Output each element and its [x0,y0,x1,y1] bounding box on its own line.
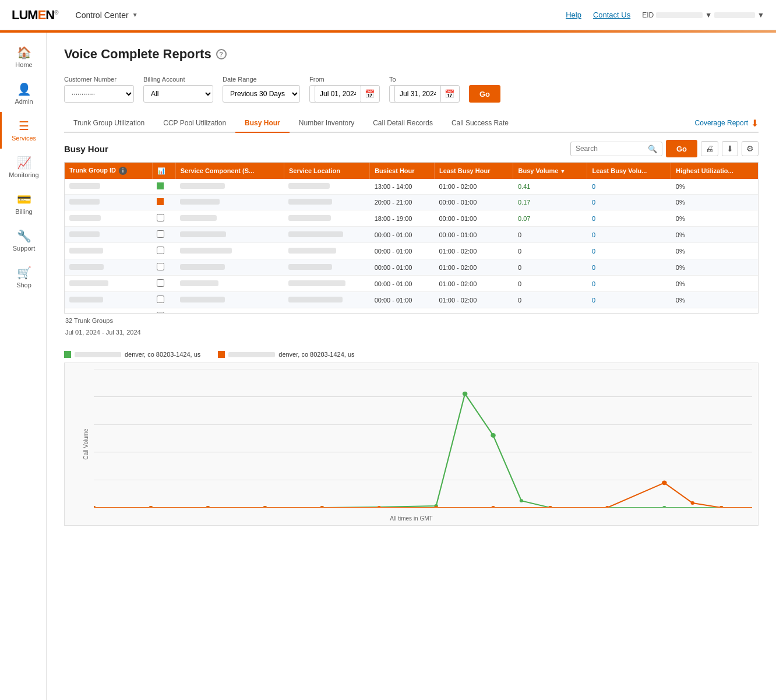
sc-cell [180,199,220,205]
download-button[interactable]: ⬇ [722,141,738,156]
sidebar-item-services[interactable]: ☰ Services [0,112,46,149]
svg-point-32 [520,499,523,502]
loc-cell [288,280,345,286]
page-help-icon[interactable]: ? [216,49,227,59]
from-calendar-icon[interactable]: 📅 [365,89,375,99]
to-calendar-icon[interactable]: 📅 [445,89,454,99]
layout: 🏠 Home 👤 Admin ☰ Services 📈 Monitoring 💳… [0,33,776,700]
trunk-id-cell [69,183,100,189]
shop-icon: 🛒 [17,266,31,280]
col-chart: 📊 [152,163,175,179]
date-range-label: Date Range [223,76,300,83]
col-busiest-hour: Busiest Hour [370,163,435,179]
least-busy-hour-cell: 01:00 - 02:00 [435,259,513,276]
busiest-hour-cell: 20:00 - 21:00 [370,195,435,210]
tab-call-success-rate[interactable]: Call Success Rate [442,114,518,133]
row-checkbox[interactable] [157,263,164,270]
table-row: 00:00 - 01:0000:00 - 01:00000% [65,227,758,243]
row-checkbox[interactable] [157,214,164,221]
chart-col-icon: 📊 [157,167,165,174]
table-go-button[interactable]: Go [666,140,697,157]
loc-cell [288,297,343,302]
busiest-hour-cell: 18:00 - 19:00 [370,210,435,227]
highest-utilization-cell: 0% [671,243,758,259]
eid-block: EID ▼ ▼ [642,11,764,19]
busy-volume-cell: 0 [513,292,587,308]
highest-utilization-cell: 0% [671,195,758,210]
sidebar-item-monitoring[interactable]: 📈 Monitoring [0,149,46,185]
eid-extra-arrow[interactable]: ▼ [757,11,764,19]
sidebar-item-admin[interactable]: 👤 Admin [0,75,46,112]
sidebar-item-home[interactable]: 🏠 Home [0,38,46,75]
top-nav: LUMEN® Control Center ▼ Help Contact Us … [0,0,776,30]
table-section-header: Busy Hour 🔍 Go 🖨 ⬇ ⚙ [64,133,759,162]
print-button[interactable]: 🖨 [701,141,718,156]
info-icon[interactable]: i [119,167,127,175]
nav-right: Help Contact Us EID ▼ ▼ [566,10,764,19]
loc-cell [288,183,329,189]
loc-cell [288,215,330,221]
coverage-report-download-icon[interactable]: ⬇ [751,118,759,129]
busy-hour-table: Trunk Group ID i 📊 Service Component (S.… [65,163,758,314]
sidebar-item-shop[interactable]: 🛒 Shop [0,259,46,296]
tab-number-inventory[interactable]: Number Inventory [290,114,364,133]
col-service-location: Service Location [284,163,369,179]
row-checkbox[interactable] [157,279,164,287]
busy-volume-cell: 0 [513,276,587,292]
least-busy-hour-cell: 00:00 - 01:00 [435,227,513,243]
table-row: 00:00 - 01:0001:00 - 02:00000% [65,292,758,308]
billing-account-select[interactable]: All [143,85,213,103]
least-busy-hour-cell: 01:00 - 02:00 [435,179,513,195]
filter-go-button[interactable]: Go [469,85,500,103]
admin-icon: 👤 [17,82,31,96]
col-trunk-group-id: Trunk Group ID i [65,163,152,179]
support-icon: 🔧 [17,229,31,243]
svg-point-34 [662,506,666,508]
coverage-report-link[interactable]: Coverage Report ⬇ [695,118,759,129]
search-go-row: 🔍 Go 🖨 ⬇ ⚙ [570,140,759,157]
row-checkbox[interactable] [157,247,164,254]
highest-utilization-cell: 0% [671,179,758,195]
tab-call-detail-records[interactable]: Call Detail Records [364,114,442,133]
to-date-input[interactable] [394,85,441,103]
contact-link[interactable]: Contact Us [593,10,630,19]
svg-point-31 [491,433,496,438]
trunk-id-cell [69,280,108,286]
tab-ccp-pool-utilization[interactable]: CCP Pool Utilization [154,114,235,133]
tab-trunk-group-utilization[interactable]: Trunk Group Utilization [64,114,154,133]
date-range-select[interactable]: Previous 30 Days [223,85,300,103]
busiest-hour-cell: 00:00 - 01:00 [370,227,435,243]
svg-point-39 [263,506,267,508]
settings-button[interactable]: ⚙ [742,141,759,156]
svg-point-45 [605,506,609,508]
legend-item: denver, co 80203-1424, us [218,351,354,358]
nav-arrow[interactable]: ▼ [132,12,138,18]
sidebar-item-support[interactable]: 🔧 Support [0,222,46,259]
search-input[interactable] [576,145,646,153]
customer-number-select[interactable]: ············ [64,85,134,103]
sc-cell [180,297,225,302]
row-checkbox[interactable] [157,296,164,303]
trunk-id-cell [69,199,100,205]
from-date-input[interactable] [315,85,361,103]
col-highest-utilization: Highest Utilizatio... [671,163,758,179]
loc-cell [288,264,332,270]
sc-cell [180,183,225,189]
help-link[interactable]: Help [566,10,581,19]
table-header: Trunk Group ID i 📊 Service Component (S.… [65,163,758,179]
billing-account-label: Billing Account [143,76,213,83]
to-date-wrap: 📅 [389,85,460,103]
least-busy-vol-cell: 0 [587,227,671,243]
chart-y-label: Call Volume [83,428,89,459]
nav-center[interactable]: Control Center ▼ [76,10,138,20]
table-row: 13:00 - 14:0001:00 - 02:000.4100% [65,179,758,195]
sidebar-item-billing[interactable]: 💳 Billing [0,185,46,222]
chart-section: denver, co 80203-1424, us denver, co 802… [64,351,759,526]
tab-busy-hour[interactable]: Busy Hour [235,114,290,133]
row-checkbox[interactable] [157,230,164,238]
table-row: 18:00 - 19:0000:00 - 01:000.0700% [65,210,758,227]
date-range-label: Jul 01, 2024 - Jul 31, 2024 [64,328,759,342]
eid-arrow[interactable]: ▼ [705,11,712,19]
loc-cell [288,199,331,205]
busy-volume-cell: 0.17 [513,195,587,210]
